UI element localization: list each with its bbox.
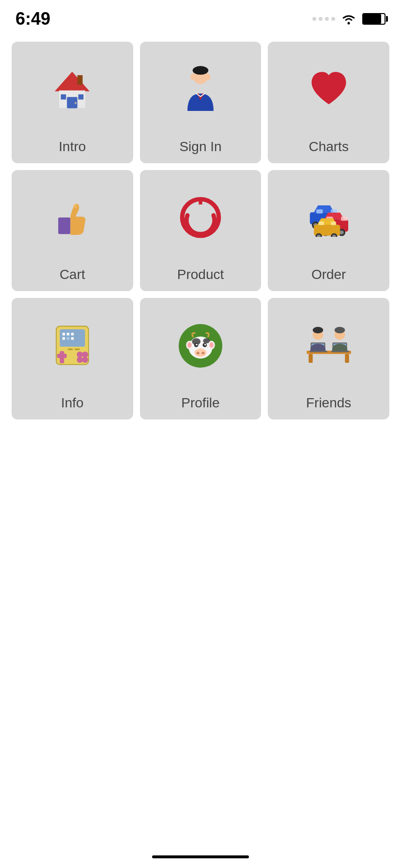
intro-icon [12, 42, 133, 137]
friends-icon [268, 298, 389, 393]
svg-rect-37 [319, 221, 324, 225]
svg-point-63 [196, 343, 198, 345]
grid-item-friends[interactable]: Friends [268, 298, 389, 419]
svg-rect-70 [345, 354, 349, 362]
svg-rect-23 [316, 209, 323, 213]
svg-point-78 [312, 327, 323, 333]
signin-label: Sign In [179, 139, 221, 155]
grid-item-signin[interactable]: Sign In [140, 42, 262, 163]
grid-item-profile[interactable]: Profile [140, 298, 262, 419]
svg-point-16 [187, 204, 214, 231]
svg-point-57 [187, 342, 192, 348]
status-icons [312, 12, 386, 26]
svg-rect-44 [67, 337, 69, 340]
signal-icon [312, 17, 335, 21]
grid-item-charts[interactable]: Charts [268, 42, 389, 163]
svg-point-50 [77, 356, 83, 363]
svg-rect-29 [341, 217, 347, 220]
svg-marker-1 [55, 72, 90, 92]
svg-rect-47 [57, 354, 67, 358]
svg-point-10 [190, 74, 195, 80]
svg-point-11 [206, 74, 211, 80]
profile-icon [140, 298, 262, 393]
svg-point-80 [334, 327, 345, 333]
grid-item-product[interactable]: Product [140, 170, 262, 292]
svg-point-58 [209, 342, 214, 348]
svg-rect-69 [308, 354, 312, 362]
svg-point-4 [75, 102, 77, 105]
svg-point-0 [348, 22, 350, 25]
svg-rect-45 [71, 337, 74, 340]
svg-point-28 [339, 231, 343, 234]
signin-icon [140, 42, 262, 137]
svg-rect-41 [67, 333, 69, 335]
order-icon [268, 170, 389, 265]
svg-rect-76 [331, 351, 349, 352]
svg-point-49 [82, 351, 88, 357]
svg-point-66 [197, 352, 200, 354]
order-label: Order [311, 267, 346, 282]
svg-point-60 [203, 338, 210, 343]
cart-icon [12, 170, 133, 265]
battery-icon [362, 13, 386, 25]
product-label: Product [177, 267, 224, 282]
svg-point-67 [201, 352, 204, 354]
info-label: Info [61, 395, 84, 411]
svg-rect-36 [331, 221, 336, 225]
home-indicator [152, 855, 249, 858]
svg-rect-52 [67, 348, 73, 350]
svg-rect-43 [62, 337, 65, 340]
svg-rect-12 [59, 217, 71, 234]
svg-rect-5 [61, 94, 66, 100]
svg-point-13 [73, 204, 77, 208]
charts-icon [268, 42, 389, 137]
grid-item-cart[interactable]: Cart [12, 170, 133, 292]
svg-rect-6 [78, 94, 84, 100]
svg-point-51 [82, 356, 88, 363]
grid-item-order[interactable]: Order [268, 170, 389, 292]
svg-rect-53 [75, 348, 80, 350]
product-icon [140, 170, 262, 265]
svg-rect-40 [62, 333, 65, 335]
app-grid: Intro Sign In [0, 34, 401, 427]
info-icon [12, 298, 133, 393]
grid-item-info[interactable]: Info [12, 298, 133, 419]
svg-point-65 [195, 348, 207, 357]
wifi-icon [340, 12, 357, 26]
svg-rect-7 [77, 76, 83, 85]
profile-label: Profile [181, 395, 219, 411]
charts-label: Charts [308, 139, 348, 155]
intro-label: Intro [59, 139, 86, 155]
status-time: 6:49 [15, 9, 50, 29]
friends-label: Friends [306, 395, 351, 411]
status-bar: 6:49 [0, 0, 401, 34]
cart-label: Cart [60, 267, 85, 282]
svg-point-9 [193, 66, 208, 75]
grid-item-intro[interactable]: Intro [12, 42, 133, 163]
svg-rect-73 [309, 351, 327, 352]
svg-point-64 [204, 343, 206, 345]
svg-rect-42 [71, 333, 74, 335]
svg-point-48 [77, 351, 83, 357]
